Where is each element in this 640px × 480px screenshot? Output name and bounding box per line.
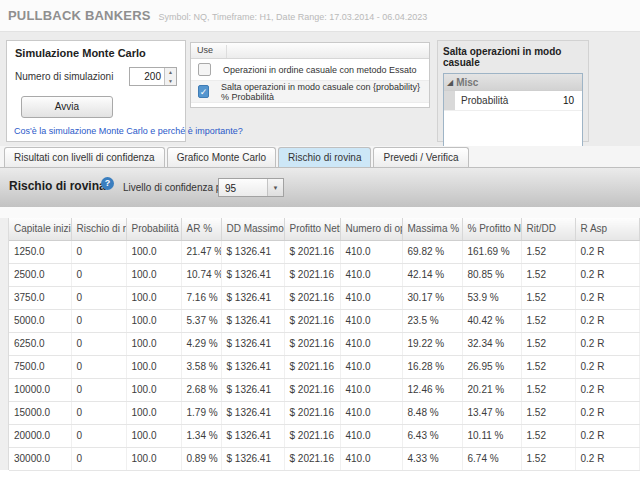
table-row[interactable]: 6250.00100.04.29 %$ 1326.41$ 2021.16410.… xyxy=(9,332,640,355)
section-header-band: Rischio di rovina ? Livello di confidenz… xyxy=(0,168,640,207)
table-cell: 32.34 % xyxy=(462,332,521,355)
table-cell: $ 2021.16 xyxy=(284,424,340,447)
tab-bar: Risultati con livelli di confidenzaGrafi… xyxy=(0,146,640,168)
table-cell: $ 1326.41 xyxy=(221,309,284,332)
monte-carlo-help-link[interactable]: Cos'è la simulazione Monte Carlo e perch… xyxy=(14,126,243,136)
column-header[interactable]: % Profitto Netto xyxy=(462,218,521,240)
table-cell: $ 2021.16 xyxy=(284,286,340,309)
confidence-level-dropdown[interactable]: 95 ▼ xyxy=(218,178,284,197)
table-row[interactable]: 1250.00100.021.47 %$ 1326.41$ 2021.16410… xyxy=(9,240,640,263)
column-header[interactable]: Rischio di rovina xyxy=(71,218,126,240)
column-header[interactable]: Numero di ope... xyxy=(340,218,402,240)
table-cell: 100.0 xyxy=(126,332,181,355)
table-cell: $ 2021.16 xyxy=(284,355,340,378)
property-group-misc[interactable]: ◢ Misc xyxy=(444,74,582,91)
table-cell: 4.29 % xyxy=(181,332,221,355)
use-row-label: Salta operazioni in modo casuale con {pr… xyxy=(221,82,429,102)
probability-value[interactable]: 10 xyxy=(563,95,582,106)
table-cell: 100.0 xyxy=(126,309,181,332)
table-cell: 100.0 xyxy=(126,263,181,286)
table-cell: 1.79 % xyxy=(181,401,221,424)
table-cell: 1.52 xyxy=(521,424,575,447)
table-cell: 0.2 R xyxy=(575,332,640,355)
tab-2[interactable]: Rischio di rovina xyxy=(278,147,371,167)
simulations-count-label: Numero di simulazioni xyxy=(15,71,113,82)
simulations-count-stepper[interactable]: 200 ▲ ▼ xyxy=(129,67,177,86)
table-cell: 0 xyxy=(71,447,126,470)
table-cell: $ 1326.41 xyxy=(221,240,284,263)
tab-1[interactable]: Grafico Monte Carlo xyxy=(167,147,276,167)
table-cell: $ 2021.16 xyxy=(284,309,340,332)
table-cell: 4.33 % xyxy=(402,447,462,470)
table-row[interactable]: 15000.00100.01.79 %$ 1326.41$ 2021.16410… xyxy=(9,401,640,424)
use-rows-container: Operazioni in ordine casuale con metodo … xyxy=(191,59,429,103)
expander-icon[interactable]: ◢ xyxy=(447,78,453,87)
table-cell: 1.52 xyxy=(521,309,575,332)
table-row[interactable]: 20000.00100.01.34 %$ 1326.41$ 2021.16410… xyxy=(9,424,640,447)
table-cell: 1.52 xyxy=(521,332,575,355)
table-cell: $ 2021.16 xyxy=(284,401,340,424)
use-table-row[interactable]: ✓Salta operazioni in modo casuale con {p… xyxy=(191,81,429,103)
column-header[interactable]: Probabilità di p... xyxy=(126,218,181,240)
checkbox-checked-icon[interactable]: ✓ xyxy=(198,85,209,98)
table-cell: 53.9 % xyxy=(462,286,521,309)
start-simulation-button[interactable]: Avvia xyxy=(21,96,113,118)
table-cell: 100.0 xyxy=(126,378,181,401)
stepper-down-icon[interactable]: ▼ xyxy=(165,77,176,86)
table-cell: 410.0 xyxy=(340,332,402,355)
use-column-header: Use xyxy=(191,43,429,59)
column-header[interactable]: R Asp xyxy=(575,218,640,240)
table-cell: 161.69 % xyxy=(462,240,521,263)
table-cell: 23.5 % xyxy=(402,309,462,332)
column-header[interactable]: AR % xyxy=(181,218,221,240)
table-cell: 0.2 R xyxy=(575,378,640,401)
checkbox-unchecked-icon[interactable] xyxy=(198,63,211,76)
table-cell: 1.52 xyxy=(521,240,575,263)
table-cell: 410.0 xyxy=(340,401,402,424)
table-cell: $ 2021.16 xyxy=(284,447,340,470)
table-cell: 410.0 xyxy=(340,355,402,378)
table-cell: 0 xyxy=(71,355,126,378)
table-row[interactable]: 10000.00100.02.68 %$ 1326.41$ 2021.16410… xyxy=(9,378,640,401)
table-body: 1250.00100.021.47 %$ 1326.41$ 2021.16410… xyxy=(9,240,640,470)
column-header[interactable]: Massima % DD xyxy=(402,218,462,240)
table-cell: 0.2 R xyxy=(575,263,640,286)
tab-0[interactable]: Risultati con livelli di confidenza xyxy=(4,147,165,167)
column-header[interactable]: Rit/DD xyxy=(521,218,575,240)
table-cell: $ 1326.41 xyxy=(221,332,284,355)
stepper-up-icon[interactable]: ▲ xyxy=(165,68,176,77)
table-cell: 410.0 xyxy=(340,240,402,263)
table-row[interactable]: 7500.00100.03.58 %$ 1326.41$ 2021.16410.… xyxy=(9,355,640,378)
table-cell: 0.2 R xyxy=(575,240,640,263)
section-title: Rischio di rovina xyxy=(9,179,106,193)
table-cell: 410.0 xyxy=(340,286,402,309)
band-table-gap xyxy=(0,207,640,218)
table-cell: $ 2021.16 xyxy=(284,378,340,401)
table-cell: 40.42 % xyxy=(462,309,521,332)
table-row[interactable]: 30000.00100.00.89 %$ 1326.41$ 2021.16410… xyxy=(9,447,640,470)
table-cell: 7.16 % xyxy=(181,286,221,309)
settings-zone: Simulazione Monte Carlo Numero di simula… xyxy=(0,32,640,146)
table-row[interactable]: 2500.00100.010.74 %$ 1326.41$ 2021.16410… xyxy=(9,263,640,286)
info-icon[interactable]: ? xyxy=(101,177,114,190)
column-header[interactable]: Capitale iniziale xyxy=(9,218,71,240)
app-window: PULLBACK BANKERS Symbol: NQ, Timeframe: … xyxy=(0,0,640,480)
table-cell: 0.2 R xyxy=(575,309,640,332)
table-row[interactable]: 3750.00100.07.16 %$ 1326.41$ 2021.16410.… xyxy=(9,286,640,309)
table-cell: 0.2 R xyxy=(575,401,640,424)
table-cell: 0.2 R xyxy=(575,355,640,378)
simulations-count-value[interactable]: 200 xyxy=(130,68,164,85)
table-cell: 10.74 % xyxy=(181,263,221,286)
table-cell: 30000.0 xyxy=(9,447,71,470)
table-cell: 0.2 R xyxy=(575,447,640,470)
table-cell: 7500.0 xyxy=(9,355,71,378)
table-cell: 410.0 xyxy=(340,424,402,447)
column-header[interactable]: Profitto Netto xyxy=(284,218,340,240)
column-header[interactable]: DD Massimo xyxy=(221,218,284,240)
table-cell: 2.68 % xyxy=(181,378,221,401)
tab-3[interactable]: Prevedi / Verifica xyxy=(373,147,468,167)
table-cell: 0 xyxy=(71,286,126,309)
table-row[interactable]: 5000.00100.05.37 %$ 1326.41$ 2021.16410.… xyxy=(9,309,640,332)
chevron-down-icon[interactable]: ▼ xyxy=(267,179,283,196)
use-table-row[interactable]: Operazioni in ordine casuale con metodo … xyxy=(191,59,429,81)
